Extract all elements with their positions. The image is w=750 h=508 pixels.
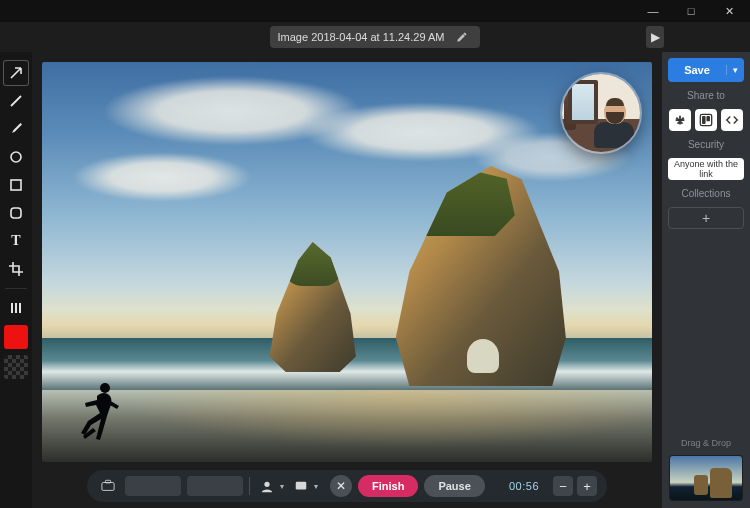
filename-field[interactable]: Image 2018-04-04 at 11.24.29 AM bbox=[270, 26, 481, 48]
canvas-image[interactable] bbox=[42, 62, 652, 462]
tool-separator bbox=[5, 288, 27, 289]
window-maximize-button[interactable]: □ bbox=[672, 0, 710, 22]
svg-rect-1 bbox=[11, 180, 21, 190]
filename-text: Image 2018-04-04 at 11.24.29 AM bbox=[278, 31, 445, 43]
next-image-button[interactable]: ▶ bbox=[646, 26, 664, 48]
svg-rect-7 bbox=[296, 482, 307, 490]
tool-crop[interactable] bbox=[3, 256, 29, 282]
save-button-label: Save bbox=[668, 64, 726, 76]
recbar-region-1[interactable] bbox=[125, 476, 181, 496]
recbar-zoom-in[interactable]: + bbox=[577, 476, 597, 496]
foreground-color-swatch[interactable] bbox=[4, 325, 28, 349]
canvas-stage: ▾ ▾ ✕ Finish Pause 00:56 − + bbox=[32, 52, 662, 508]
svg-rect-5 bbox=[105, 480, 110, 483]
svg-rect-9 bbox=[702, 116, 706, 124]
recbar-capture-icon[interactable] bbox=[97, 475, 119, 497]
tool-brush[interactable] bbox=[3, 116, 29, 142]
recording-bar: ▾ ▾ ✕ Finish Pause 00:56 − + bbox=[87, 470, 607, 502]
svg-point-0 bbox=[11, 152, 21, 162]
tool-line[interactable] bbox=[3, 88, 29, 114]
recbar-webcam-toggle[interactable] bbox=[256, 475, 278, 497]
svg-rect-4 bbox=[102, 483, 114, 491]
edit-filename-icon[interactable] bbox=[452, 31, 472, 43]
recbar-webcam-menu[interactable]: ▾ bbox=[280, 482, 284, 491]
background-color-swatch[interactable] bbox=[4, 355, 28, 379]
svg-rect-10 bbox=[706, 116, 710, 121]
recbar-zoom-out[interactable]: − bbox=[553, 476, 573, 496]
topbar: Image 2018-04-04 at 11.24.29 AM ▶ bbox=[0, 22, 750, 52]
share-embed-button[interactable] bbox=[721, 109, 743, 131]
tool-sidebar: T bbox=[0, 52, 32, 508]
runner-silhouette bbox=[79, 380, 125, 442]
recbar-timer: 00:56 bbox=[495, 480, 539, 492]
svg-point-3 bbox=[100, 383, 110, 393]
tool-round-rectangle[interactable] bbox=[3, 200, 29, 226]
window-close-button[interactable]: ✕ bbox=[710, 0, 748, 22]
tool-columns[interactable] bbox=[3, 295, 29, 321]
webcam-overlay[interactable] bbox=[562, 74, 640, 152]
tool-ellipse[interactable] bbox=[3, 144, 29, 170]
drag-drop-label: Drag & Drop bbox=[681, 438, 731, 448]
thumbnail-preview[interactable] bbox=[670, 456, 742, 500]
security-select[interactable]: Anyone with the link bbox=[668, 158, 744, 180]
security-label: Security bbox=[688, 139, 724, 150]
recbar-mic-menu[interactable]: ▾ bbox=[314, 482, 318, 491]
svg-rect-8 bbox=[700, 114, 711, 125]
share-trello-button[interactable] bbox=[695, 109, 717, 131]
recbar-cancel-button[interactable]: ✕ bbox=[330, 475, 352, 497]
recbar-mic-toggle[interactable] bbox=[290, 475, 312, 497]
window-minimize-button[interactable]: — bbox=[634, 0, 672, 22]
tool-rectangle[interactable] bbox=[3, 172, 29, 198]
recbar-region-2[interactable] bbox=[187, 476, 243, 496]
add-collection-button[interactable]: + bbox=[668, 207, 744, 229]
svg-point-6 bbox=[264, 482, 269, 487]
svg-rect-2 bbox=[11, 208, 21, 218]
share-to-label: Share to bbox=[687, 90, 725, 101]
recbar-pause-button[interactable]: Pause bbox=[424, 475, 484, 497]
collections-label: Collections bbox=[682, 188, 731, 199]
tool-text[interactable]: T bbox=[3, 228, 29, 254]
recbar-finish-button[interactable]: Finish bbox=[358, 475, 418, 497]
tool-arrow[interactable] bbox=[3, 60, 29, 86]
window-titlebar: — □ ✕ bbox=[0, 0, 750, 22]
share-slack-button[interactable] bbox=[669, 109, 691, 131]
right-panel: Save ▾ Share to Security Anyone with the… bbox=[662, 52, 750, 508]
save-button[interactable]: Save ▾ bbox=[668, 58, 744, 82]
save-button-dropdown[interactable]: ▾ bbox=[726, 65, 744, 75]
